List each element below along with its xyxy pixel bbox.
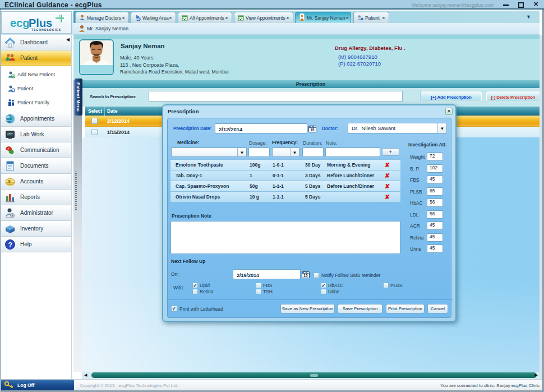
svg-text:$: $ xyxy=(8,179,11,184)
svg-text:?: ? xyxy=(8,241,12,249)
svg-text:ecg: ecg xyxy=(10,17,29,29)
svg-text:TECHNOLOGIES: TECHNOLOGIES xyxy=(31,28,61,31)
